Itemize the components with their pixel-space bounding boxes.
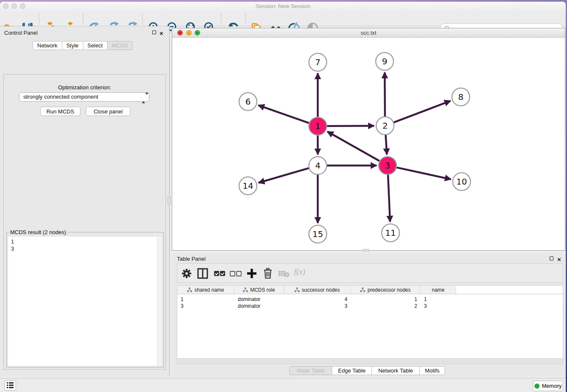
toolbar-separator <box>39 13 39 24</box>
tab-edge-table[interactable]: Edge Table <box>332 366 372 375</box>
function-builder-icon[interactable]: f(x) <box>294 267 305 276</box>
control-panel-close-icon[interactable]: × <box>160 31 163 36</box>
toolbar-separator <box>221 13 221 24</box>
delete-table-icon[interactable] <box>278 269 291 279</box>
show-column-panel-icon[interactable] <box>197 268 209 281</box>
hierarchy-icon <box>243 287 248 292</box>
task-list-icon <box>6 382 14 389</box>
cell-mcds-role: dominator <box>234 303 284 309</box>
graph-node-label: 8 <box>458 92 464 102</box>
network-canvas[interactable]: 7968124314101511 <box>172 38 565 250</box>
graph-edge-2-8[interactable] <box>394 101 451 122</box>
column-label: name <box>432 287 444 293</box>
graph-node-label: 7 <box>315 57 321 67</box>
cell-name: 3 <box>421 303 456 309</box>
graph-edge-3-1[interactable] <box>328 132 380 161</box>
column-header-successor-nodes[interactable]: successor nodes <box>284 286 351 294</box>
graph-edge-2-9[interactable] <box>385 72 385 116</box>
result-line: 1 <box>11 238 162 245</box>
cell-predecessor-nodes: 2 <box>351 303 421 309</box>
cell-shared-name: 3 <box>177 303 234 309</box>
tab-motifs[interactable]: Motifs <box>420 366 445 375</box>
column-settings-gear-icon[interactable] <box>181 268 193 281</box>
task-history-button[interactable] <box>4 380 16 391</box>
toolbar-separator <box>83 13 83 24</box>
horizontal-splitter-handle[interactable] <box>363 249 369 251</box>
cell-shared-name: 1 <box>177 296 234 302</box>
status-bar: Memory <box>0 378 566 392</box>
column-label: MCDS role <box>250 287 275 293</box>
network-window-title: scc.txt <box>172 30 565 36</box>
table-tabs: Node Table Edge Table Network Table Moti… <box>289 366 445 375</box>
control-panel-tabs: Network Style Select MCDS <box>33 41 132 50</box>
cell-name: 1 <box>421 296 456 302</box>
tab-network-table[interactable]: Network Table <box>372 366 420 375</box>
graph-edge-1-6[interactable] <box>259 105 309 123</box>
optimization-criterion-label: Optimization criterion: <box>4 84 165 91</box>
memory-button[interactable]: Memory <box>533 381 563 391</box>
hierarchy-icon <box>187 287 192 292</box>
result-line: 3 <box>11 245 162 252</box>
run-mcds-button[interactable]: Run MCDS <box>40 107 80 116</box>
column-label: predecessor nodes <box>367 287 410 293</box>
window-title: Session: New Session <box>0 3 566 9</box>
table-panel-title: Table Panel <box>177 256 206 262</box>
tab-network[interactable]: Network <box>33 41 62 50</box>
toolbar-separator <box>245 13 246 24</box>
column-header-mcds-role[interactable]: MCDS role <box>234 286 284 294</box>
table-row[interactable]: 3 dominator 3 2 3 <box>177 303 563 309</box>
panel-splitter-handle[interactable] <box>168 197 171 204</box>
table-row[interactable]: 1 dominator 4 1 1 <box>177 296 563 303</box>
main-toolbar <box>0 11 566 26</box>
tab-node-table[interactable]: Node Table <box>289 366 332 375</box>
table-panel: Table Panel × f(x) <box>172 253 566 376</box>
column-header-shared-name[interactable]: shared name <box>177 286 234 294</box>
unselect-all-columns-icon[interactable] <box>230 269 242 279</box>
tab-select[interactable]: Select <box>83 41 107 50</box>
table-horizontal-scrollbar[interactable] <box>177 358 563 364</box>
edge-layer <box>259 72 451 223</box>
control-panel-float-icon[interactable] <box>152 30 156 34</box>
dropdown-stepper-icon <box>142 94 146 102</box>
mcds-tab-content: Optimization criterion: strongly connect… <box>3 74 166 370</box>
criterion-value: strongly connected component <box>23 94 98 100</box>
mcds-result-list[interactable]: 1 3 <box>8 237 162 366</box>
result-scrollbar[interactable] <box>157 237 162 366</box>
criterion-dropdown[interactable]: strongly connected component <box>19 92 149 102</box>
select-all-columns-icon[interactable] <box>214 269 226 279</box>
graph-node-label: 1 <box>315 121 321 131</box>
cell-successor-nodes: 4 <box>284 296 351 302</box>
cell-predecessor-nodes: 1 <box>351 296 421 302</box>
close-panel-button[interactable]: Close panel <box>86 107 130 116</box>
graph-node-label: 2 <box>383 121 388 131</box>
column-label: successor nodes <box>302 287 340 293</box>
graph-edge-4-14[interactable] <box>259 168 309 183</box>
table-panel-float-icon[interactable] <box>550 257 553 260</box>
graph-edge-3-11[interactable] <box>388 175 390 222</box>
hierarchy-icon <box>360 287 365 292</box>
table-toolbar: f(x) <box>177 263 563 283</box>
graph-edge-2-3[interactable] <box>385 135 387 155</box>
cell-successor-nodes: 3 <box>284 303 351 309</box>
graph-edge-1-2[interactable] <box>327 126 374 126</box>
window-titlebar: Session: New Session <box>0 2 566 11</box>
graph-node-label: 11 <box>385 228 396 238</box>
graph-node-label: 10 <box>456 177 467 187</box>
column-header-predecessor-nodes[interactable]: predecessor nodes <box>351 286 421 294</box>
column-header-name[interactable]: name <box>421 286 456 294</box>
graph-node-label: 6 <box>245 97 251 107</box>
column-label: shared name <box>194 287 224 293</box>
create-column-icon[interactable] <box>246 268 258 281</box>
mcds-result-title: MCDS result (2 nodes) <box>9 229 67 235</box>
graph-edge-3-10[interactable] <box>396 168 451 179</box>
app-window: Session: New Session <box>0 2 566 392</box>
cell-mcds-role: dominator <box>234 296 284 302</box>
hierarchy-icon <box>295 287 300 292</box>
control-panel-title: Control Panel <box>4 30 38 36</box>
graph-node-label: 4 <box>315 160 321 171</box>
table-panel-close-icon[interactable]: × <box>557 257 561 262</box>
control-panel: Control Panel × Network Style Select MCD… <box>0 26 170 376</box>
tab-mcds[interactable]: MCDS <box>107 41 132 50</box>
delete-columns-icon[interactable] <box>262 268 274 281</box>
tab-style[interactable]: Style <box>62 41 83 50</box>
